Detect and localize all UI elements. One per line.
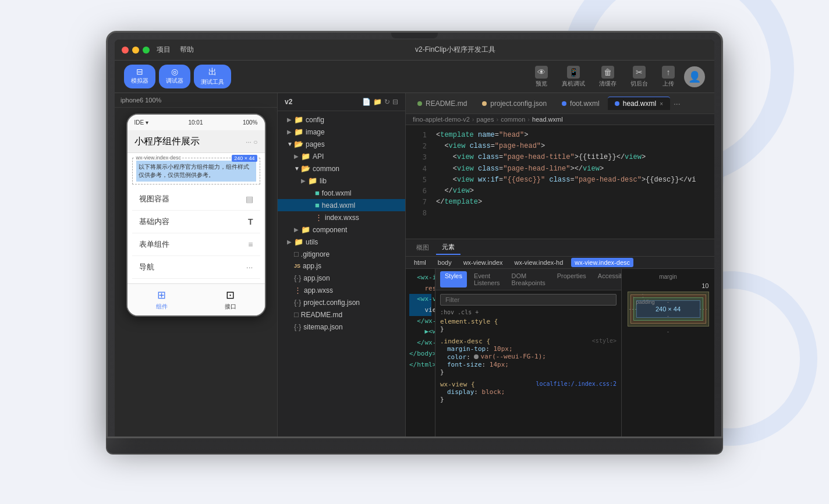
- close-button[interactable]: [122, 47, 129, 54]
- style-rule-wxview: wx-view { localfile:/.index.css:2 displa…: [440, 381, 617, 403]
- toolbar-left: ⊟ 模拟器 ◎ 调试器 出 测试工具: [124, 65, 231, 88]
- test-button[interactable]: 出 测试工具: [194, 65, 231, 88]
- file-item-component[interactable]: ▶ 📁 component: [278, 223, 405, 236]
- element-tag-wxview-index-hd[interactable]: wx-view.index-hd: [511, 258, 567, 267]
- tab-dot-projectconfig: [482, 101, 487, 106]
- file-item-appjson[interactable]: ▶ {·} app.json: [278, 272, 405, 284]
- file-label-api: API: [313, 152, 324, 161]
- new-folder-button[interactable]: 📁: [373, 98, 382, 106]
- phone-menu-item-2[interactable]: 表单组件 ≡: [132, 233, 260, 256]
- code-line-6: </view>: [436, 186, 707, 197]
- devtools-tab-elements[interactable]: 元素: [436, 240, 460, 255]
- code-content[interactable]: <template name="head"> <view class="page…: [429, 125, 714, 239]
- file-item-image[interactable]: ▶ 📁 image: [278, 126, 405, 138]
- refresh-button[interactable]: ↻: [384, 98, 390, 106]
- phone-title-more[interactable]: ··· ○: [246, 138, 258, 146]
- collapse-button[interactable]: ⊟: [392, 98, 398, 106]
- phone-menu-item-0[interactable]: 视图容器 ▤: [132, 188, 260, 211]
- file-item-common[interactable]: ▼ 📂 common: [278, 162, 405, 175]
- file-item-headwxml[interactable]: ▶ ■ head.wxml: [278, 199, 405, 211]
- file-item-appjs[interactable]: ▶ JS app.js: [278, 260, 405, 272]
- phone-nav-components[interactable]: ⊞ 组件: [127, 289, 196, 311]
- tab-headwxml[interactable]: head.wxml ×: [608, 97, 670, 110]
- html-tree[interactable]: <wx-image class="index-logo" src="../res…: [406, 269, 435, 436]
- style-prop-display: display: block;: [440, 388, 617, 396]
- prop-name-display: display: [447, 388, 474, 396]
- file-label-readme: README.md: [301, 311, 342, 319]
- element-tag-body[interactable]: body: [434, 258, 455, 267]
- devtools-tab-overview[interactable]: 概图: [410, 241, 435, 254]
- wxview-source[interactable]: localfile:/.index.css:2: [536, 381, 617, 387]
- phone-title-bar: 小程序组件展示 ··· ○: [127, 131, 265, 153]
- file-item-utils[interactable]: ▶ 📁 utils: [278, 236, 405, 248]
- file-item-config[interactable]: ▶ 📁 config: [278, 113, 405, 126]
- avatar-button[interactable]: 👤: [684, 66, 705, 87]
- styles-tab-styles[interactable]: Styles: [440, 271, 467, 288]
- folder-icon-api: 📁: [301, 152, 310, 161]
- styles-tab-properties[interactable]: Properties: [552, 271, 591, 288]
- file-item-pages[interactable]: ▼ 📂 pages: [278, 138, 405, 150]
- phone-nav-api[interactable]: ⊡ 接口: [196, 289, 265, 311]
- folder-icon-component: 📁: [301, 225, 310, 234]
- prop-name-3: font-size: [447, 361, 482, 368]
- realtest-label: 真机调试: [562, 80, 585, 88]
- file-item-footwxml[interactable]: ▶ ■ foot.wxml: [278, 187, 405, 199]
- file-item-projectconfig[interactable]: ▶ {·} project.config.json: [278, 296, 405, 308]
- file-item-indexwxss[interactable]: ▶ ⋮ index.wxss: [278, 211, 405, 223]
- file-item-sitemap[interactable]: ▶ {·} sitemap.json: [278, 321, 405, 333]
- upload-icon: ↑: [662, 66, 675, 79]
- styles-tab-dombreakpoints[interactable]: DOM Breakpoints: [507, 271, 550, 288]
- tab-projectconfig[interactable]: project.config.json: [475, 97, 554, 110]
- tab-footwxml[interactable]: foot.wxml: [555, 97, 607, 110]
- file-label-lib: lib: [320, 177, 327, 185]
- cutbg-icon: ✂: [633, 66, 646, 79]
- file-icon-appjs: JS: [294, 263, 300, 269]
- app-title: v2-FinClip小程序开发工具: [203, 45, 707, 55]
- element-tag-html[interactable]: html: [410, 258, 430, 267]
- styles-tabs: Styles Event Listeners DOM Breakpoints P…: [435, 269, 621, 290]
- file-label-footwxml: foot.wxml: [322, 189, 352, 197]
- menu-project[interactable]: 项目: [157, 45, 171, 55]
- upload-action[interactable]: ↑ 上传: [657, 63, 679, 90]
- clearcache-action[interactable]: 🗑 清缓存: [594, 63, 621, 90]
- cutbg-action[interactable]: ✂ 切后台: [626, 63, 653, 90]
- phone-menu-item-3[interactable]: 导航 ···: [132, 256, 260, 279]
- simulator-button[interactable]: ⊟ 模拟器: [124, 65, 155, 88]
- preview-action[interactable]: 👁 预览: [530, 63, 552, 90]
- minimize-button[interactable]: [132, 47, 139, 54]
- style-filter-input[interactable]: [440, 294, 617, 306]
- styles-tab-accessibility[interactable]: Accessibility: [593, 271, 621, 288]
- style-rule-wxview-close: }: [440, 396, 617, 403]
- breadcrumb-bar: fino-applet-demo-v2 › pages › common › h…: [406, 114, 714, 125]
- phone-menu-item-1[interactable]: 基础内容 T: [132, 211, 260, 233]
- arrow-lib: ▶: [301, 178, 308, 184]
- styles-tab-eventlisteners[interactable]: Event Listeners: [469, 271, 505, 288]
- new-file-button[interactable]: 📄: [362, 98, 371, 106]
- html-line-2: resources/kind/logo.png">_</wx-image>: [409, 283, 431, 294]
- prop-val-display: block;: [482, 388, 505, 396]
- menu-help[interactable]: 帮助: [180, 45, 194, 55]
- styles-panel: Styles Event Listeners DOM Breakpoints P…: [435, 269, 621, 436]
- realtest-action[interactable]: 📱 真机调试: [557, 63, 590, 90]
- phone-menu-label-3: 导航: [139, 262, 154, 272]
- tab-close-headwxml[interactable]: ×: [660, 101, 663, 107]
- tabs-more-button[interactable]: ···: [674, 99, 681, 108]
- maximize-button[interactable]: [143, 47, 150, 54]
- file-item-lib[interactable]: ▶ 📁 lib: [278, 175, 405, 187]
- tab-readme[interactable]: README.md: [410, 97, 474, 110]
- style-prop-margin-top: margin-top: 10px;: [440, 345, 617, 353]
- arrow-config: ▶: [287, 116, 294, 123]
- arrow-utils: ▶: [287, 239, 294, 245]
- file-item-gitignore[interactable]: ▶ □ .gitignore: [278, 248, 405, 260]
- element-tag-wxview-index-desc[interactable]: wx-view.index-desc: [571, 258, 633, 267]
- file-item-readme[interactable]: ▶ □ README.md: [278, 308, 405, 321]
- file-item-appwxss[interactable]: ▶ ⋮ app.wxss: [278, 284, 405, 296]
- file-item-api[interactable]: ▶ 📁 API: [278, 150, 405, 162]
- sidebar-header: v2 📄 📁 ↻ ⊟: [278, 93, 405, 111]
- element-tag-wxview-index[interactable]: wx-view.index: [460, 258, 506, 267]
- style-rule-index-desc-selector: .index-desc { <style>: [440, 338, 617, 345]
- tab-dot-headwxml: [615, 101, 619, 106]
- line-num-8: 8: [408, 208, 427, 219]
- laptop-screen: 项目 帮助 v2-FinClip小程序开发工具 ⊟ 模拟器 ◎ 调: [115, 40, 714, 436]
- debug-button[interactable]: ◎ 调试器: [159, 65, 190, 88]
